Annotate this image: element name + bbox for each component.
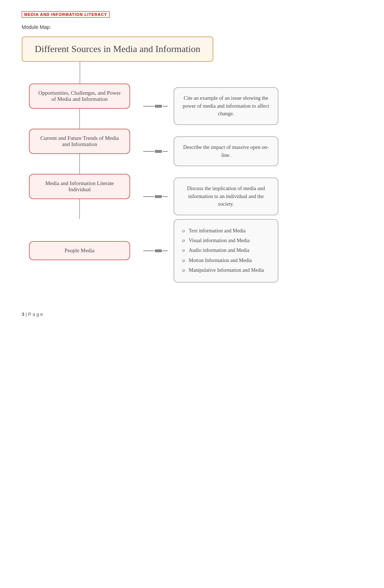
map-row-3: Media and Information Literate Individua… xyxy=(22,174,362,219)
node-box-1: Opportunities, Challenges, and Power of … xyxy=(29,83,130,109)
right-box-1: Cite an example of an issue showing the … xyxy=(174,87,278,125)
vert-connector-3 xyxy=(79,199,80,219)
map-row-4: People Media o Text information and Medi… xyxy=(22,219,362,283)
node-box-2: Current and Future Trends of Media and I… xyxy=(29,129,130,154)
root-vertical-line xyxy=(80,62,80,83)
left-column-2: Current and Future Trends of Media and I… xyxy=(22,129,137,174)
right-box-3: Discuss the implication of media and inf… xyxy=(174,177,278,215)
node-box-3: Media and Information Literate Individua… xyxy=(29,174,130,199)
module-map-container: Different Sources in Media and Informati… xyxy=(22,37,362,283)
list-item-3: o Audio information and Media xyxy=(182,246,270,255)
page-footer: 3 | P a g e xyxy=(22,312,362,317)
connector-2 xyxy=(141,150,170,153)
connector-1 xyxy=(141,105,170,108)
connector-4 xyxy=(141,249,170,252)
map-row-1: Opportunities, Challenges, and Power of … xyxy=(22,83,362,129)
node-box-4: People Media xyxy=(29,241,130,260)
module-map-label: Module Map: xyxy=(22,24,362,30)
header-label: MEDIA AND INFORMATION LITERACY xyxy=(22,11,110,18)
list-item-2: o Visual information and Media xyxy=(182,236,270,245)
vert-connector-2 xyxy=(79,154,80,174)
nodes-container: Opportunities, Challenges, and Power of … xyxy=(22,83,362,283)
list-item-1: o Text information and Media xyxy=(182,226,270,235)
list-item-5: o Manipulative Information and Media xyxy=(182,266,270,275)
map-row-2: Current and Future Trends of Media and I… xyxy=(22,129,362,174)
right-box-2: Describe the impact of massive open on-l… xyxy=(174,136,278,167)
list-item-4: o Motion Information and Media xyxy=(182,256,270,265)
left-column-4: People Media xyxy=(22,241,137,260)
root-box: Different Sources in Media and Informati… xyxy=(22,37,213,62)
right-box-4: o Text information and Media o Visual in… xyxy=(174,219,278,283)
connector-3 xyxy=(141,195,170,198)
left-column-3: Media and Information Literate Individua… xyxy=(22,174,137,219)
vert-connector-1 xyxy=(79,109,80,129)
left-column-1: Opportunities, Challenges, and Power of … xyxy=(22,83,137,129)
